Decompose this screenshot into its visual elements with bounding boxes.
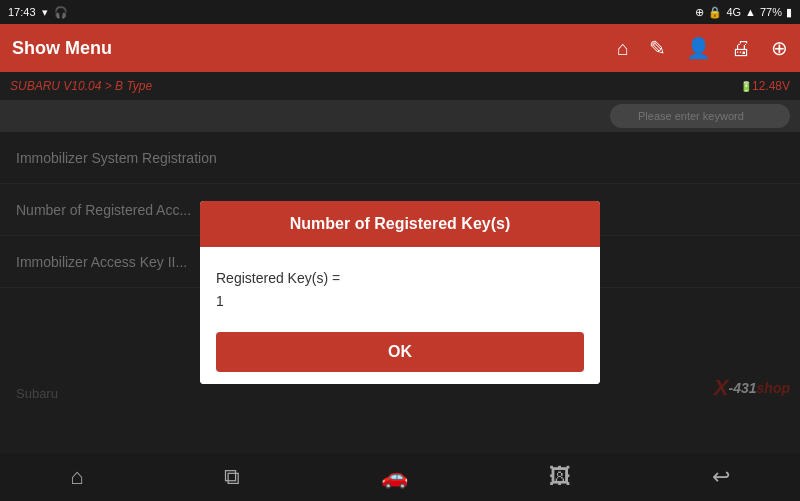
add-icon[interactable]: ⊕ bbox=[771, 36, 788, 60]
bluetooth-icon: 🎧 bbox=[54, 6, 68, 19]
modal-dialog: Number of Registered Key(s) Registered K… bbox=[200, 201, 600, 384]
modal-header: Number of Registered Key(s) bbox=[200, 201, 600, 247]
breadcrumb: SUBARU V10.04 > B Type bbox=[10, 79, 152, 93]
home-icon[interactable]: ⌂ bbox=[617, 37, 629, 60]
user-icon[interactable]: 👤 bbox=[686, 36, 711, 60]
breadcrumb-bar: SUBARU V10.04 > B Type 🔋12.48V bbox=[0, 72, 800, 100]
registered-keys-value: 1 bbox=[216, 290, 584, 312]
gps-icon: ⊕ bbox=[695, 6, 704, 19]
bottom-nav: ⌂ ⧉ 🚗 🖼 ↩ bbox=[0, 453, 800, 501]
search-input[interactable] bbox=[638, 110, 780, 122]
nav-image-icon[interactable]: 🖼 bbox=[549, 464, 571, 490]
search-box[interactable] bbox=[610, 104, 790, 128]
signal-4g: 4G bbox=[726, 6, 741, 18]
time-display: 17:43 bbox=[8, 6, 36, 18]
toolbar: Show Menu ⌂ ✎ 👤 🖨 ⊕ bbox=[0, 24, 800, 72]
nav-home-icon[interactable]: ⌂ bbox=[70, 464, 83, 490]
main-content: Immobilizer System Registration Number o… bbox=[0, 132, 800, 453]
search-wrapper: 🔍 bbox=[610, 104, 790, 128]
battery-icon: ▮ bbox=[786, 6, 792, 19]
toolbar-icons: ⌂ ✎ 👤 🖨 ⊕ bbox=[617, 36, 788, 60]
voltage-display: 🔋12.48V bbox=[740, 79, 790, 93]
toolbar-title: Show Menu bbox=[12, 38, 112, 59]
modal-footer: OK bbox=[200, 324, 600, 384]
edit-icon[interactable]: ✎ bbox=[649, 36, 666, 60]
print-icon[interactable]: 🖨 bbox=[731, 37, 751, 60]
nav-back-icon[interactable]: ↩ bbox=[712, 464, 730, 490]
status-bar: 17:43 ▾ 🎧 ⊕ 🔒 4G ▲ 77% ▮ bbox=[0, 0, 800, 24]
status-right: ⊕ 🔒 4G ▲ 77% ▮ bbox=[695, 6, 792, 19]
nav-car-icon[interactable]: 🚗 bbox=[381, 464, 408, 490]
modal-body-text: Registered Key(s) = 1 bbox=[216, 267, 584, 312]
modal-overlay: Number of Registered Key(s) Registered K… bbox=[0, 132, 800, 453]
sim-icon: ▾ bbox=[42, 6, 48, 19]
battery-percent: 77% bbox=[760, 6, 782, 18]
lock-icon: 🔒 bbox=[708, 6, 722, 19]
status-left: 17:43 ▾ 🎧 bbox=[8, 6, 68, 19]
search-bar: 🔍 bbox=[0, 100, 800, 132]
wifi-icon: ▲ bbox=[745, 6, 756, 18]
nav-layers-icon[interactable]: ⧉ bbox=[224, 464, 240, 490]
registered-keys-label: Registered Key(s) = bbox=[216, 267, 584, 289]
ok-button[interactable]: OK bbox=[216, 332, 584, 372]
modal-body: Registered Key(s) = 1 bbox=[200, 247, 600, 324]
